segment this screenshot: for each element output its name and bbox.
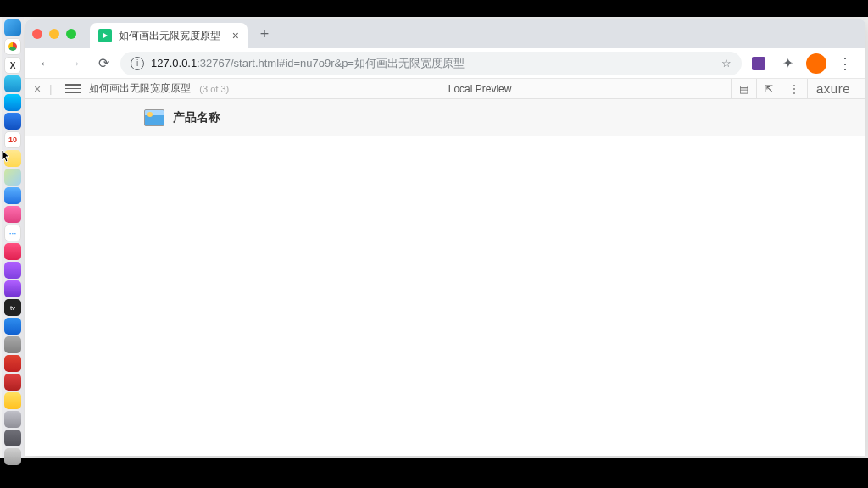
tab-close-button[interactable]: ×	[232, 29, 239, 42]
new-tab-button[interactable]: +	[253, 22, 276, 46]
hamburger-menu-icon[interactable]	[65, 84, 81, 93]
product-title: 产品名称	[173, 110, 220, 125]
bookmark-star-icon[interactable]: ☆	[721, 57, 732, 69]
calendar-icon[interactable]: 10	[4, 131, 21, 148]
url-text: 127.0.0.1:32767/start.html#id=nu7o9r&p=如…	[151, 56, 715, 71]
app-icon-5[interactable]	[4, 94, 21, 111]
window-close-button[interactable]	[32, 29, 42, 39]
app-icon-10[interactable]	[4, 187, 21, 204]
app-icon-19[interactable]	[4, 355, 21, 372]
browser-window: 如何画出无限宽度原型 × + ← → ⟳ i 127.0.0.1:32767/s…	[25, 19, 865, 456]
app-icon-4[interactable]	[4, 75, 21, 92]
tab-title: 如何画出无限宽度原型	[119, 29, 220, 43]
browser-menu-button[interactable]: ⋮	[833, 52, 857, 75]
axure-favicon-icon	[98, 29, 112, 42]
app-icon-23[interactable]	[4, 430, 21, 446]
axure-preview-label: Local Preview	[229, 83, 731, 95]
back-button[interactable]: ←	[34, 52, 58, 75]
app-icon-21[interactable]	[4, 392, 21, 409]
axure-share-icon[interactable]: ⇱	[756, 79, 782, 99]
safari-icon[interactable]	[4, 113, 21, 130]
axure-more-icon[interactable]: ⋮	[782, 79, 807, 99]
product-image-icon	[144, 109, 164, 126]
podcasts-icon[interactable]	[4, 280, 21, 297]
window-maximize-button[interactable]	[66, 29, 76, 39]
site-info-icon[interactable]: i	[131, 57, 144, 70]
browser-tab[interactable]: 如何画出无限宽度原型 ×	[90, 23, 248, 48]
maps-icon[interactable]	[4, 169, 21, 186]
axure-app-icon[interactable]: X	[4, 57, 21, 74]
axure-logo[interactable]: axure	[807, 79, 859, 99]
axure-notes-icon[interactable]: ▤	[731, 79, 756, 99]
address-bar[interactable]: i 127.0.0.1:32767/start.html#id=nu7o9r&p…	[120, 52, 742, 75]
app-icon-18[interactable]	[4, 336, 21, 353]
app-icon-11[interactable]	[4, 206, 21, 223]
forward-button[interactable]: →	[63, 52, 86, 75]
mouse-cursor-icon	[2, 150, 12, 164]
extensions-puzzle-icon[interactable]: ✦	[776, 52, 799, 75]
page-content: langzipm 退出 产品名称	[25, 99, 865, 456]
axure-close-sidebar-button[interactable]: ×	[34, 82, 41, 96]
messages-icon[interactable]: ···	[4, 225, 21, 241]
axure-page-count: (3 of 3)	[199, 84, 229, 94]
axure-page-name: 如何画出无限宽度原型	[89, 81, 191, 96]
trash-icon[interactable]	[4, 448, 21, 465]
reload-button[interactable]: ⟳	[92, 52, 115, 75]
window-minimize-button[interactable]	[49, 29, 59, 39]
finder-icon[interactable]	[4, 19, 21, 36]
profile-avatar[interactable]	[804, 52, 828, 75]
axure-toolbar: × | 如何画出无限宽度原型 (3 of 3) Local Preview ▤ …	[25, 79, 865, 99]
app-icon-20[interactable]	[4, 374, 21, 391]
music-icon[interactable]	[4, 243, 21, 260]
macos-dock: X10···tv	[2, 17, 24, 458]
extension-icon-1[interactable]	[747, 52, 771, 75]
tv-icon[interactable]: tv	[4, 299, 21, 316]
appstore-icon[interactable]	[4, 318, 21, 335]
product-header: 产品名称	[25, 99, 865, 136]
window-controls	[32, 29, 90, 39]
app-icon-14[interactable]	[4, 262, 21, 279]
browser-toolbar: ← → ⟳ i 127.0.0.1:32767/start.html#id=nu…	[25, 48, 865, 79]
app-icon-22[interactable]	[4, 411, 21, 428]
browser-tabbar: 如何画出无限宽度原型 × +	[25, 19, 865, 48]
chrome-icon[interactable]	[4, 38, 21, 55]
